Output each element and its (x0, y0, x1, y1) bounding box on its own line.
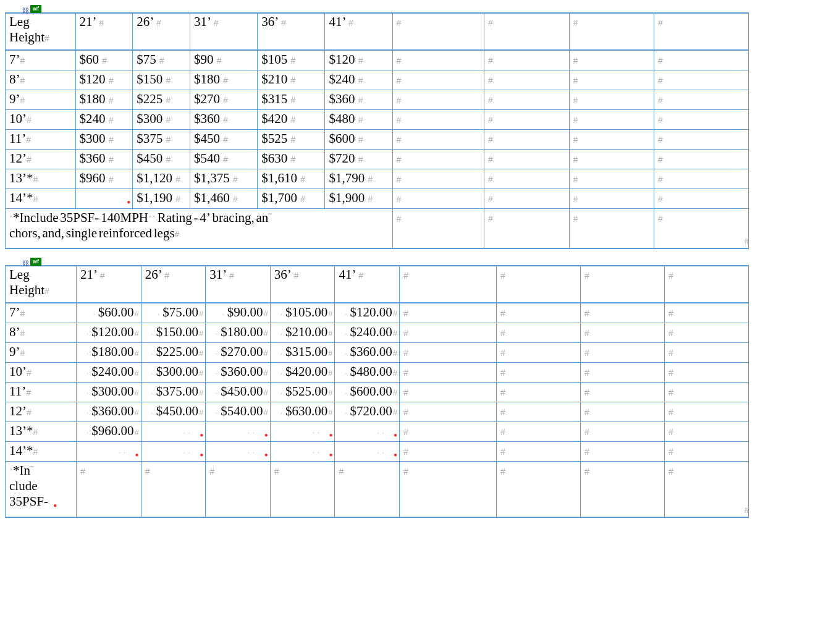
empty-cell[interactable]: # (569, 189, 654, 209)
price-cell[interactable]: $120 # (75, 70, 133, 90)
price-cell[interactable]: · $180.00# (77, 343, 141, 363)
empty-cell[interactable]: # (664, 402, 748, 422)
empty-cell[interactable]: # (496, 383, 580, 402)
col-header-empty[interactable]: # (496, 266, 580, 303)
empty-cell[interactable]: # (496, 363, 580, 383)
price-cell[interactable]: · $300.00# (141, 363, 206, 383)
col-header-empty[interactable]: # (664, 266, 748, 303)
price-cell[interactable]: · $450.00# (141, 402, 206, 422)
empty-cell[interactable]: # (484, 169, 570, 189)
price-cell[interactable]: · $375.00# (141, 383, 206, 402)
empty-cell[interactable]: # (400, 343, 497, 363)
empty-cell[interactable]: # (569, 130, 654, 150)
row-header[interactable]: 10’# (6, 110, 76, 130)
empty-cell[interactable]: # (400, 422, 497, 442)
empty-cell[interactable]: # (392, 150, 484, 169)
row-header[interactable]: 8’# (6, 323, 77, 343)
empty-cell[interactable]: # (400, 462, 497, 518)
price-cell[interactable]: $450 # (190, 130, 258, 150)
price-cell[interactable]: · $360.00# (206, 363, 271, 383)
empty-cell[interactable]: # (206, 462, 271, 518)
empty-cell[interactable]: # (580, 383, 664, 402)
price-cell[interactable]: · $120.00# (335, 303, 400, 323)
row-header[interactable]: 12’# (6, 150, 76, 169)
price-cell[interactable]: $120 # (325, 50, 392, 70)
price-cell[interactable]: $180 # (75, 90, 133, 110)
empty-cell[interactable]: # (569, 169, 654, 189)
price-cell[interactable]: $420 # (258, 110, 325, 130)
price-cell[interactable]: · · ● (141, 422, 206, 442)
empty-cell[interactable]: ## (664, 462, 748, 518)
empty-cell[interactable]: # (484, 130, 570, 150)
row-header[interactable]: 11’# (6, 130, 76, 150)
price-cell[interactable]: · $270.00# (206, 343, 271, 363)
price-cell[interactable]: · $210.00# (270, 323, 335, 343)
price-cell[interactable]: $1,460 # (190, 189, 258, 209)
empty-cell[interactable]: # (654, 189, 749, 209)
price-cell[interactable]: $240 # (325, 70, 392, 90)
empty-cell[interactable]: # (664, 383, 748, 402)
col-header-empty[interactable]: # (484, 13, 570, 50)
empty-cell[interactable]: # (569, 150, 654, 169)
col-header-width[interactable]: 36’ # (270, 266, 335, 303)
price-cell[interactable]: · · ● (141, 442, 206, 462)
empty-cell[interactable]: # (569, 209, 654, 249)
empty-cell[interactable]: # (654, 110, 749, 130)
price-cell[interactable]: · $105.00# (270, 303, 335, 323)
row-header[interactable]: 13’*# (6, 169, 76, 189)
price-cell[interactable]: · · ● (270, 422, 335, 442)
empty-cell[interactable]: # (664, 323, 748, 343)
empty-cell[interactable]: # (400, 402, 497, 422)
footnote[interactable]: ˄*Include·35PSF-·140MPH˄˄·Rating·-·4’·br… (6, 209, 393, 249)
empty-cell[interactable]: # (496, 323, 580, 343)
price-cell[interactable]: $1,900 # (325, 189, 392, 209)
price-cell[interactable]: · $960.00# (77, 422, 141, 442)
empty-cell[interactable]: # (392, 90, 484, 110)
price-cell[interactable]: $60 # (75, 50, 133, 70)
empty-cell[interactable]: # (77, 462, 141, 518)
price-cell[interactable]: $210 # (258, 70, 325, 90)
empty-cell[interactable]: # (400, 323, 497, 343)
price-cell[interactable]: $1,120 # (133, 169, 190, 189)
empty-cell[interactable]: # (654, 70, 749, 90)
empty-cell[interactable]: # (392, 50, 484, 70)
price-cell[interactable]: $1,375 # (190, 169, 258, 189)
empty-cell[interactable]: # (392, 110, 484, 130)
empty-cell[interactable]: # (484, 110, 570, 130)
price-cell[interactable]: $315 # (258, 90, 325, 110)
empty-cell[interactable]: # (496, 442, 580, 462)
price-cell[interactable]: $240 # (75, 110, 133, 130)
empty-cell[interactable]: # (484, 50, 570, 70)
price-cell[interactable]: · $90.00# (206, 303, 271, 323)
price-cell[interactable]: $1,190 # (133, 189, 190, 209)
row-header[interactable]: 8’# (6, 70, 76, 90)
price-cell[interactable]: · $600.00# (335, 383, 400, 402)
empty-cell[interactable]: # (580, 303, 664, 323)
empty-cell[interactable]: # (392, 70, 484, 90)
empty-cell[interactable]: # (392, 169, 484, 189)
col-header-width[interactable]: 21’ # (77, 266, 141, 303)
price-cell[interactable]: $360 # (325, 90, 392, 110)
price-cell[interactable]: $105 # (258, 50, 325, 70)
row-header[interactable]: 14’*# (6, 442, 77, 462)
empty-cell[interactable]: # (580, 422, 664, 442)
empty-cell[interactable]: # (580, 402, 664, 422)
price-cell[interactable]: $360 # (75, 150, 133, 169)
price-cell[interactable]: $1,700 # (258, 189, 325, 209)
row-header[interactable]: 12’# (6, 402, 77, 422)
empty-cell[interactable]: # (664, 303, 748, 323)
row-header[interactable]: 7’# (6, 303, 77, 323)
price-cell[interactable]: $270 # (190, 90, 258, 110)
row-header[interactable]: 13’*# (6, 422, 77, 442)
price-cell[interactable]: · $630.00# (270, 402, 335, 422)
price-cell[interactable]: $720 # (325, 150, 392, 169)
price-cell[interactable]: $300 # (133, 110, 190, 130)
price-cell[interactable]: $600 # (325, 130, 392, 150)
pricing-table-1[interactable]: Leg·Height#21’ #26’ #31’ #36’ #41’ #####… (5, 12, 749, 249)
price-cell[interactable]: $75 # (133, 50, 190, 70)
row-header[interactable]: 11’# (6, 383, 77, 402)
row-header[interactable]: 14’*# (6, 189, 76, 209)
price-cell[interactable]: · $60.00# (77, 303, 141, 323)
price-cell[interactable]: $90 # (190, 50, 258, 70)
col-header-empty[interactable]: # (654, 13, 749, 50)
